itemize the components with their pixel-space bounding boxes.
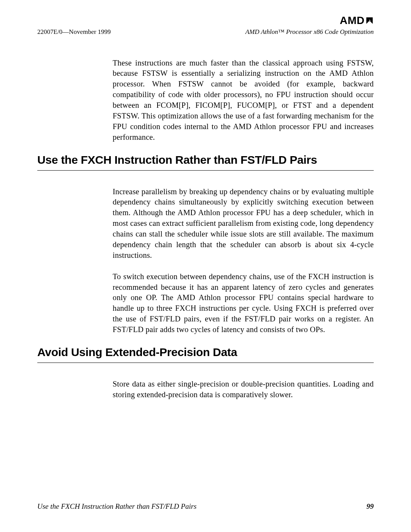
- section2-content: Store data as either single-precision or…: [113, 379, 374, 400]
- section1-content: Increase parallelism by breaking up depe…: [113, 187, 374, 335]
- logo-text: AMD: [340, 14, 365, 26]
- page-footer: Use the FXCH Instruction Rather than FST…: [37, 502, 374, 511]
- page-header: 22007E/0—November 1999 AMD Athlon™ Proce…: [37, 28, 374, 36]
- section-rule: [37, 170, 374, 171]
- section-heading-fxch: Use the FXCH Instruction Rather than FST…: [37, 153, 374, 166]
- page-number: 99: [366, 502, 374, 511]
- intro-content: These instructions are much faster than …: [113, 58, 374, 143]
- section1-para1: Increase parallelism by breaking up depe…: [113, 187, 374, 261]
- amd-arrow-icon: [365, 15, 374, 27]
- page-container: AMD 22007E/0—November 1999 AMD Athlon™ P…: [0, 0, 411, 430]
- amd-logo: AMD: [37, 14, 374, 27]
- section2-para1: Store data as either single-precision or…: [113, 379, 374, 400]
- footer-section-title: Use the FXCH Instruction Rather than FST…: [37, 502, 197, 511]
- document-title: AMD Athlon™ Processor x86 Code Optimizat…: [245, 28, 374, 36]
- intro-paragraph: These instructions are much faster than …: [113, 58, 374, 143]
- document-id: 22007E/0—November 1999: [37, 28, 111, 36]
- section-heading-extended-precision: Avoid Using Extended-Precision Data: [37, 346, 374, 359]
- section1-para2: To switch execution between dependency c…: [113, 272, 374, 335]
- section-rule-2: [37, 363, 374, 363]
